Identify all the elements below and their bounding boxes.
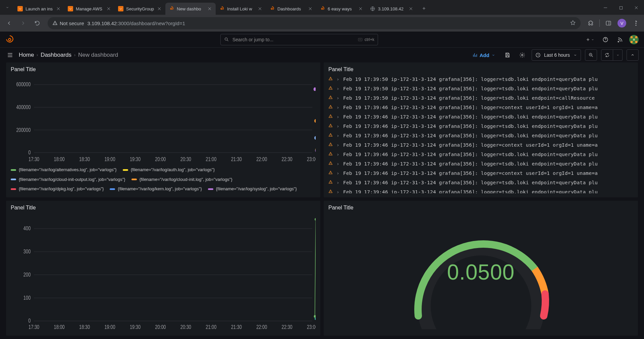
bookmark-icon[interactable] bbox=[570, 20, 576, 27]
panel-title: Panel Title bbox=[11, 66, 316, 72]
menu-toggle-icon[interactable] bbox=[5, 50, 15, 60]
chart-area[interactable]: 020000040000060000017:3018:0018:3019:001… bbox=[11, 75, 316, 164]
svg-text:20:30: 20:30 bbox=[180, 156, 191, 162]
close-icon[interactable] bbox=[308, 6, 313, 11]
legend-item[interactable]: {filename="/var/log/auth.log", job="varl… bbox=[123, 166, 215, 174]
breadcrumb-dashboards[interactable]: Dashboards bbox=[41, 52, 71, 58]
browser-tab[interactable]: 3.109.108.42 bbox=[367, 3, 417, 15]
header-add-button[interactable] bbox=[584, 34, 596, 45]
legend-item[interactable]: {filename="/var/log/cloud-init.log", job… bbox=[131, 176, 232, 184]
warning-icon bbox=[328, 95, 333, 101]
svg-text:18:30: 18:30 bbox=[79, 324, 90, 330]
log-row[interactable]: ›Feb 19 17:39:50 ip-172-31-3-124 grafana… bbox=[328, 93, 633, 103]
save-dashboard-icon[interactable] bbox=[502, 49, 513, 61]
log-row[interactable]: ›Feb 19 17:39:50 ip-172-31-3-124 grafana… bbox=[328, 75, 633, 84]
chevron-right-icon: › bbox=[336, 86, 340, 91]
window-close[interactable] bbox=[629, 2, 644, 13]
browser-tab[interactable]: SecurityGroup bbox=[115, 3, 165, 15]
refresh-icon[interactable] bbox=[601, 49, 613, 61]
svg-text:19:00: 19:00 bbox=[104, 324, 115, 330]
tab-title: Dashboards bbox=[277, 6, 305, 11]
help-icon[interactable] bbox=[600, 34, 611, 45]
panel-top-right[interactable]: Panel Title ›Feb 19 17:39:50 ip-172-31-3… bbox=[324, 62, 638, 197]
tab-search-dropdown[interactable] bbox=[3, 3, 12, 12]
search-input[interactable]: Search or jump to... ctrl+k bbox=[220, 34, 378, 45]
svg-text:22:00: 22:00 bbox=[256, 156, 267, 162]
browser-tab[interactable]: Launch an ins bbox=[14, 3, 64, 15]
close-icon[interactable] bbox=[207, 6, 212, 11]
svg-text:22:30: 22:30 bbox=[282, 324, 292, 330]
side-panel-icon[interactable] bbox=[602, 17, 614, 29]
legend-item[interactable]: {filename="/var/log/syslog", job="varlog… bbox=[208, 185, 297, 193]
add-panel-button[interactable]: Add bbox=[470, 51, 498, 59]
panels-grid: Panel Title 020000040000060000017:3018:0… bbox=[0, 62, 644, 339]
zoom-out-icon[interactable] bbox=[585, 49, 597, 61]
legend-item[interactable]: {filename="/var/log/dpkg.log", job="varl… bbox=[11, 185, 104, 193]
svg-text:23:00: 23:00 bbox=[307, 324, 316, 330]
divider bbox=[599, 19, 600, 27]
close-icon[interactable] bbox=[106, 6, 111, 11]
log-row[interactable]: ›Feb 19 17:39:50 ip-172-31-3-124 grafana… bbox=[328, 84, 633, 93]
panel-title: Panel Title bbox=[11, 205, 316, 211]
log-row[interactable]: ›Feb 19 17:39:46 ip-172-31-3-124 grafana… bbox=[328, 159, 633, 168]
panel-bottom-right[interactable]: Panel Title 0.0500 bbox=[324, 201, 638, 336]
extensions-icon[interactable] bbox=[585, 17, 597, 29]
browser-tab[interactable]: Dashboards bbox=[266, 3, 316, 15]
nav-back[interactable] bbox=[3, 17, 15, 30]
window-minimize[interactable] bbox=[598, 2, 613, 13]
browser-tab[interactable]: New dashbo bbox=[165, 3, 216, 15]
log-row[interactable]: ›Feb 19 17:39:46 ip-172-31-3-124 grafana… bbox=[328, 131, 633, 140]
log-row[interactable]: ›Feb 19 17:39:46 ip-172-31-3-124 grafana… bbox=[328, 150, 633, 159]
not-secure-badge[interactable]: Not secure bbox=[52, 20, 84, 26]
grafana-logo-icon[interactable] bbox=[5, 35, 15, 44]
chrome-menu-icon[interactable] bbox=[629, 17, 641, 29]
close-icon[interactable] bbox=[257, 6, 263, 11]
log-row[interactable]: ›Feb 19 17:39:46 ip-172-31-3-124 grafana… bbox=[328, 103, 633, 112]
warning-icon bbox=[328, 142, 333, 148]
svg-rect-23 bbox=[635, 41, 637, 43]
close-icon[interactable] bbox=[408, 6, 414, 11]
legend-item[interactable]: {filename="/var/log/kern.log", job="varl… bbox=[110, 185, 202, 193]
nav-reload[interactable] bbox=[31, 17, 44, 30]
legend-item[interactable]: {filename="/var/log/alternatives.log", j… bbox=[11, 166, 117, 174]
refresh-interval-dropdown[interactable] bbox=[613, 49, 623, 61]
close-icon[interactable] bbox=[56, 6, 61, 11]
settings-icon[interactable] bbox=[517, 49, 528, 61]
log-list[interactable]: ›Feb 19 17:39:50 ip-172-31-3-124 grafana… bbox=[328, 75, 633, 193]
tab-title: 3.109.108.42 bbox=[378, 6, 406, 11]
log-row[interactable]: ›Feb 19 17:39:46 ip-172-31-3-124 grafana… bbox=[328, 112, 633, 122]
breadcrumb-home[interactable]: Home bbox=[19, 52, 34, 58]
panel-bottom-left[interactable]: Panel Title 010020030040017:3018:0018:30… bbox=[6, 201, 320, 336]
nav-forward[interactable] bbox=[17, 17, 30, 30]
omnibox[interactable]: Not secure 3.109.108.42:3000/dashboard/n… bbox=[48, 17, 581, 29]
browser-tab[interactable]: Manage AWS bbox=[64, 3, 115, 15]
tab-title: Manage AWS bbox=[76, 6, 103, 11]
svg-rect-8 bbox=[620, 6, 622, 9]
browser-tab[interactable]: Install Loki w bbox=[216, 3, 266, 15]
gauge: 0.0500 bbox=[328, 213, 633, 332]
time-range-picker[interactable]: Last 6 hours bbox=[532, 49, 581, 61]
log-text: Feb 19 17:39:46 ip-172-31-3-124 grafana[… bbox=[343, 171, 598, 176]
user-avatar[interactable] bbox=[629, 35, 639, 44]
close-icon[interactable] bbox=[157, 6, 162, 11]
panel-top-left[interactable]: Panel Title 020000040000060000017:3018:0… bbox=[6, 62, 320, 197]
log-row[interactable]: ›Feb 19 17:39:46 ip-172-31-3-124 grafana… bbox=[328, 178, 633, 187]
close-icon[interactable] bbox=[358, 6, 363, 11]
window-maximize[interactable] bbox=[613, 2, 629, 13]
warning-icon bbox=[328, 105, 333, 110]
log-row[interactable]: ›Feb 19 17:39:46 ip-172-31-3-124 grafana… bbox=[328, 140, 633, 150]
chart-area[interactable]: 010020030040017:3018:0018:3019:0019:3020… bbox=[11, 213, 316, 332]
log-row[interactable]: ›Feb 19 17:39:46 ip-172-31-3-124 grafana… bbox=[328, 122, 633, 131]
log-row[interactable]: ›Feb 19 17:39:46 ip-172-31-3-124 grafana… bbox=[328, 168, 633, 178]
log-text: Feb 19 17:39:46 ip-172-31-3-124 grafana[… bbox=[343, 152, 598, 157]
browser-tab[interactable]: 6 easy ways bbox=[316, 3, 367, 15]
chevron-right-icon: › bbox=[336, 95, 340, 101]
legend-item[interactable]: {filename="/var/log/cloud-init-output.lo… bbox=[11, 176, 125, 184]
svg-point-83 bbox=[315, 318, 316, 320]
collapse-icon[interactable] bbox=[627, 49, 639, 61]
new-tab-button[interactable] bbox=[419, 3, 429, 13]
profile-avatar[interactable]: V bbox=[616, 17, 628, 29]
news-icon[interactable] bbox=[614, 34, 626, 45]
log-row[interactable]: ›Feb 19 17:39:46 ip-172-31-3-124 grafana… bbox=[328, 187, 633, 193]
svg-text:19:00: 19:00 bbox=[104, 156, 115, 162]
